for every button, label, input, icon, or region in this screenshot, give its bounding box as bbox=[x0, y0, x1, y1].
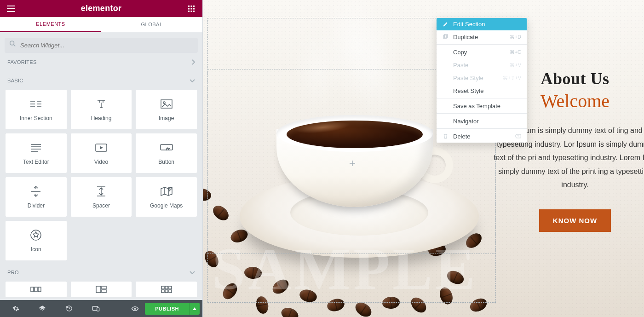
history-button[interactable] bbox=[56, 300, 82, 317]
grid-icon bbox=[161, 285, 172, 294]
layers-icon bbox=[39, 305, 46, 312]
delete-key-icon bbox=[515, 134, 521, 138]
menu-button[interactable] bbox=[2, 0, 20, 17]
svg-rect-36 bbox=[165, 286, 168, 289]
category-basic[interactable]: BASIC bbox=[5, 71, 198, 90]
widget-image[interactable]: Image bbox=[136, 90, 197, 129]
ctx-label: Navigator bbox=[453, 118, 521, 125]
preview-button[interactable] bbox=[126, 300, 144, 317]
add-element-button[interactable] bbox=[347, 158, 357, 168]
publish-group: PUBLISH bbox=[145, 303, 200, 315]
widget-label: Divider bbox=[28, 202, 45, 209]
svg-rect-42 bbox=[97, 307, 99, 311]
svg-rect-38 bbox=[161, 290, 164, 293]
svg-rect-7 bbox=[191, 11, 192, 12]
svg-rect-3 bbox=[188, 8, 190, 9]
ctx-reset-style[interactable]: Reset Style bbox=[437, 84, 527, 97]
apps-button[interactable] bbox=[182, 0, 201, 17]
widget-button[interactable]: Button bbox=[136, 133, 197, 173]
publish-options-button[interactable] bbox=[190, 303, 200, 315]
widget-heading[interactable]: Heading bbox=[71, 90, 132, 129]
svg-rect-5 bbox=[193, 8, 195, 9]
widget-icon[interactable]: Icon bbox=[6, 221, 67, 260]
svg-point-43 bbox=[134, 308, 136, 309]
svg-rect-8 bbox=[193, 11, 195, 12]
category-label: BASIC bbox=[7, 78, 23, 83]
chevron-right-icon bbox=[191, 59, 195, 65]
basic-widgets-grid: Inner Section Heading Image bbox=[5, 90, 198, 260]
google-maps-icon bbox=[160, 185, 173, 198]
ctx-paste-style: Paste Style ⌘+⇧+V bbox=[437, 71, 527, 84]
steam bbox=[295, 28, 341, 110]
eye-icon bbox=[131, 306, 139, 311]
category-favorites[interactable]: FAVORITES bbox=[5, 53, 198, 71]
settings-button[interactable] bbox=[3, 300, 29, 317]
tab-elements[interactable]: ELEMENTS bbox=[0, 17, 101, 32]
widget-label: Inner Section bbox=[20, 115, 52, 121]
widget-label: Text Editor bbox=[23, 159, 49, 165]
widget-label: Icon bbox=[31, 246, 41, 253]
widget-label: Heading bbox=[91, 115, 112, 121]
widget-divider[interactable]: Divider bbox=[6, 177, 67, 217]
ctx-shortcut: ⌘+C bbox=[510, 49, 521, 55]
sidebar-header: elementor bbox=[0, 0, 202, 17]
svg-rect-0 bbox=[188, 6, 190, 7]
pro-widgets-grid bbox=[5, 282, 198, 297]
category-label: FAVORITES bbox=[7, 59, 37, 65]
sidebar-footer: PUBLISH bbox=[0, 300, 202, 317]
ctx-copy[interactable]: Copy ⌘+C bbox=[437, 46, 527, 58]
tab-global[interactable]: GLOBAL bbox=[101, 17, 202, 32]
settings-gear-icon bbox=[12, 305, 19, 312]
context-menu: Edit Section Duplicate ⌘+D Copy ⌘+C Past… bbox=[437, 18, 527, 143]
ctx-label: Duplicate bbox=[453, 34, 505, 40]
steam bbox=[350, 14, 401, 120]
canvas[interactable]: SAMPLE About Us Welcome m Ipsum is simpl… bbox=[203, 0, 644, 317]
widget-label: Video bbox=[94, 159, 108, 165]
svg-rect-31 bbox=[38, 287, 41, 292]
ctx-delete[interactable]: Delete bbox=[437, 130, 527, 143]
ctx-label: Delete bbox=[453, 133, 510, 140]
ctx-label: Save as Template bbox=[453, 103, 521, 110]
svg-rect-40 bbox=[169, 290, 172, 293]
posts-icon bbox=[30, 285, 42, 294]
text-editor-icon bbox=[30, 141, 42, 154]
svg-rect-32 bbox=[96, 286, 101, 293]
know-now-button[interactable]: KNOW NOW bbox=[539, 209, 611, 232]
spacer-icon bbox=[96, 185, 106, 198]
inner-section-icon bbox=[29, 98, 42, 110]
widget-text-editor[interactable]: Text Editor bbox=[6, 133, 67, 173]
ctx-separator bbox=[437, 98, 527, 98]
ctx-shortcut: ⌘+⇧+V bbox=[503, 75, 521, 81]
ctx-duplicate[interactable]: Duplicate ⌘+D bbox=[437, 30, 527, 43]
ctx-separator bbox=[437, 44, 527, 45]
widget-pro-item[interactable] bbox=[6, 282, 67, 297]
plus-icon bbox=[349, 160, 356, 167]
svg-point-9 bbox=[10, 41, 14, 45]
responsive-icon bbox=[92, 305, 100, 312]
ctx-navigator[interactable]: Navigator bbox=[437, 115, 527, 127]
ctx-save-as-template[interactable]: Save as Template bbox=[437, 99, 527, 112]
publish-button[interactable]: PUBLISH bbox=[145, 303, 190, 315]
widget-pro-item[interactable] bbox=[71, 282, 132, 297]
widget-label: Image bbox=[159, 115, 174, 121]
svg-point-18 bbox=[163, 102, 165, 104]
category-pro[interactable]: PRO bbox=[5, 263, 198, 282]
widget-google-maps[interactable]: Google Maps bbox=[136, 177, 197, 217]
ctx-label: Edit Section bbox=[453, 21, 521, 28]
history-icon bbox=[66, 305, 73, 312]
widget-inner-section[interactable]: Inner Section bbox=[6, 90, 67, 129]
ctx-separator bbox=[437, 113, 527, 114]
widget-spacer[interactable]: Spacer bbox=[71, 177, 132, 217]
widget-pro-item[interactable] bbox=[136, 282, 197, 297]
navigator-button[interactable] bbox=[29, 300, 55, 317]
svg-rect-34 bbox=[102, 290, 106, 293]
responsive-button[interactable] bbox=[83, 300, 109, 317]
video-icon bbox=[95, 141, 108, 154]
category-label: PRO bbox=[7, 270, 19, 275]
svg-rect-33 bbox=[102, 286, 106, 289]
svg-rect-4 bbox=[191, 8, 192, 9]
search-input[interactable] bbox=[5, 38, 198, 53]
ctx-edit-section[interactable]: Edit Section bbox=[437, 18, 527, 30]
widget-video[interactable]: Video bbox=[71, 133, 132, 173]
button-icon bbox=[160, 141, 173, 154]
